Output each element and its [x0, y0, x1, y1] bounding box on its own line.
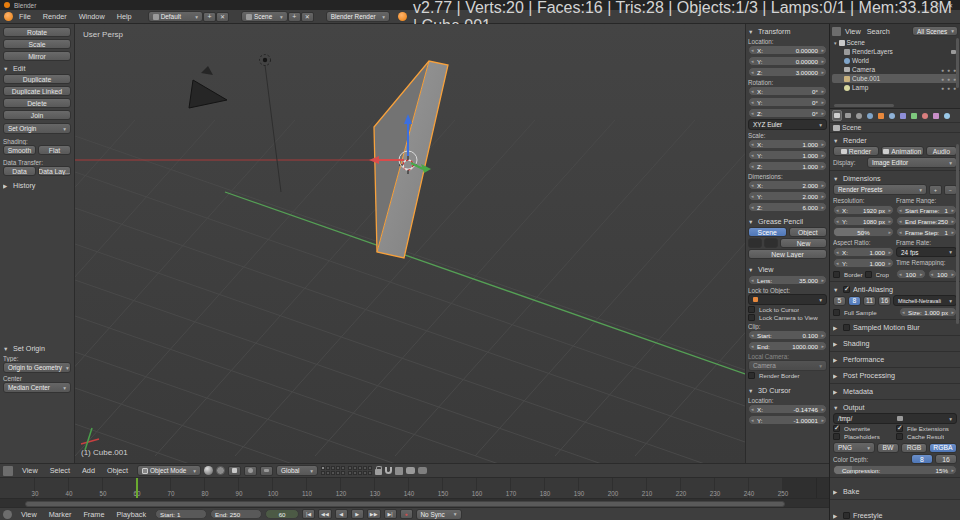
tab-texture[interactable]: [931, 110, 941, 121]
set-origin-menu[interactable]: Set Origin: [3, 123, 71, 134]
aspect-y-field[interactable]: Y:1.000: [833, 258, 894, 268]
aa-filter-select[interactable]: Mitchell-Netravali: [893, 295, 957, 306]
file-extensions-checkbox[interactable]: [896, 425, 903, 432]
origin-center-select[interactable]: Median Center: [3, 382, 71, 393]
viewport-shading-selector[interactable]: [204, 466, 213, 475]
resolution-percent-slider[interactable]: 50%: [833, 227, 894, 237]
record-button[interactable]: ●: [400, 509, 413, 519]
tab-scene[interactable]: [854, 110, 864, 121]
edit-tool-button[interactable]: Join: [3, 110, 71, 120]
add-layout-button[interactable]: +: [203, 12, 216, 22]
lock-to-cursor-row[interactable]: Lock to Cursor: [748, 306, 827, 313]
color-depth-8[interactable]: 8: [911, 454, 933, 464]
antialiasing-panel-header[interactable]: ▼ Anti-Aliasing: [833, 284, 957, 295]
scale-field[interactable]: X:1.000: [748, 139, 827, 149]
editor-type-button[interactable]: [3, 466, 13, 476]
edit-panel-header[interactable]: ▼ Edit: [3, 63, 71, 74]
aa-samples-8[interactable]: 8: [848, 296, 861, 306]
viewport-menu-item[interactable]: Add: [76, 466, 101, 475]
folder-icon[interactable]: [897, 416, 903, 421]
tab-render[interactable]: [832, 110, 842, 121]
tab-data[interactable]: [909, 110, 919, 121]
color-mode-rgba[interactable]: RGBA: [929, 443, 957, 453]
menu-item[interactable]: File: [13, 12, 37, 21]
timeline-editor[interactable]: 3040506070809010011012013014015016017018…: [0, 477, 829, 507]
jump-to-start-button[interactable]: |◀: [302, 509, 315, 519]
overwrite-checkbox[interactable]: [833, 425, 840, 432]
tab-material[interactable]: [920, 110, 930, 121]
manipulator-scale-toggle[interactable]: [260, 466, 273, 476]
border-checkbox[interactable]: [833, 271, 840, 278]
render-presets-select[interactable]: Render Presets: [833, 184, 927, 195]
sampled-motion-blur-header[interactable]: ▶ Sampled Motion Blur: [833, 322, 957, 333]
lock-camera-checkbox[interactable]: [748, 314, 755, 321]
snap-magnet-icon[interactable]: [385, 467, 392, 474]
next-keyframe-button[interactable]: ▶▶: [367, 509, 381, 519]
crop-checkbox[interactable]: [865, 271, 872, 278]
menu-item[interactable]: Help: [111, 12, 138, 21]
selectability-icon[interactable]: ●: [947, 85, 950, 91]
start-frame-field[interactable]: Start Frame:1: [896, 205, 957, 215]
tab-render-layers[interactable]: [843, 110, 853, 121]
tool-button[interactable]: Scale: [3, 39, 71, 49]
prev-keyframe-button[interactable]: ◀◀: [318, 509, 332, 519]
full-sample-checkbox[interactable]: [833, 309, 840, 316]
viewport-canvas[interactable]: [75, 24, 745, 463]
play-button[interactable]: ▶: [351, 509, 364, 519]
remap-new-field[interactable]: 100: [928, 269, 958, 279]
dimension-field[interactable]: X:2.000: [748, 180, 827, 190]
frame-start-field[interactable]: Start:1: [155, 509, 207, 519]
outliner-row-world[interactable]: World: [832, 56, 958, 65]
end-frame-field[interactable]: End Frame:250: [896, 216, 957, 226]
screen-layout-selector[interactable]: Default: [148, 11, 203, 22]
outliner-row-scene[interactable]: ▾ Scene: [832, 38, 958, 47]
rotation-field[interactable]: Y:0°: [748, 97, 827, 107]
visibility-icon[interactable]: ●: [941, 85, 944, 91]
edit-tool-button[interactable]: Duplicate: [3, 74, 71, 84]
transform-panel-header[interactable]: ▼ Transform: [748, 26, 827, 37]
layers-widget-left[interactable]: [321, 466, 345, 475]
render-engine-selector[interactable]: Blender Render: [326, 11, 390, 22]
shading-button[interactable]: Flat: [38, 145, 71, 155]
outliner-editor-type-button[interactable]: [832, 27, 841, 36]
layers-widget-right[interactable]: [348, 466, 372, 475]
gp-object-toggle[interactable]: Object: [789, 227, 828, 237]
edit-tool-button[interactable]: Delete: [3, 98, 71, 108]
manipulator-translate-toggle[interactable]: [228, 466, 241, 476]
shading-button[interactable]: Smooth: [3, 145, 36, 155]
cursor-y-field[interactable]: Y:-1.00001: [748, 415, 827, 425]
local-camera-field[interactable]: Camera: [748, 360, 827, 371]
gp-scene-toggle[interactable]: Scene: [748, 227, 787, 237]
outliner-hscrollbar[interactable]: [834, 104, 894, 107]
gp-draw-icon[interactable]: [748, 238, 762, 248]
snap-element-selector[interactable]: [395, 467, 403, 475]
selectability-icon[interactable]: ●: [947, 67, 950, 73]
expand-icon[interactable]: ▾: [834, 40, 837, 46]
view-panel-header[interactable]: ▼ View: [748, 264, 827, 275]
outliner-vscrollbar[interactable]: [956, 38, 959, 88]
scene-selector[interactable]: Scene: [241, 11, 288, 22]
tab-constraints[interactable]: [887, 110, 897, 121]
cursor-panel-header[interactable]: ▼ 3D Cursor: [748, 385, 827, 396]
remove-scene-button[interactable]: ✕: [301, 12, 314, 22]
rotation-field[interactable]: X:0°: [748, 86, 827, 96]
gp-new-button[interactable]: New: [780, 238, 827, 248]
outliner-row-camera[interactable]: Camera ●●●: [832, 65, 958, 74]
current-frame-field[interactable]: 60: [265, 509, 299, 519]
tool-button[interactable]: Mirror: [3, 51, 71, 61]
freestyle-panel-header[interactable]: ▶ Freestyle: [833, 510, 957, 520]
dimensions-panel-header[interactable]: ▼ Dimensions: [833, 173, 957, 184]
clip-end-field[interactable]: End:1000.000: [748, 341, 827, 351]
lock-camera-row[interactable]: Lock Camera to View: [748, 314, 827, 321]
scale-field[interactable]: Y:1.000: [748, 150, 827, 160]
file-format-select[interactable]: PNG: [833, 442, 875, 453]
rotation-field[interactable]: Z:0°: [748, 108, 827, 118]
performance-panel-header[interactable]: ▶ Performance: [833, 354, 957, 365]
remove-layout-button[interactable]: ✕: [216, 12, 229, 22]
grease-pencil-panel-header[interactable]: ▼ Grease Pencil: [748, 216, 827, 227]
gp-new-layer-button[interactable]: New Layer: [748, 249, 827, 259]
frame-step-field[interactable]: Frame Step:1: [896, 227, 957, 237]
outliner-row-cube[interactable]: Cube.001 ●●●: [832, 74, 958, 83]
aa-samples-11[interactable]: 11: [863, 296, 876, 306]
render-audio-button[interactable]: Audio: [926, 146, 957, 156]
